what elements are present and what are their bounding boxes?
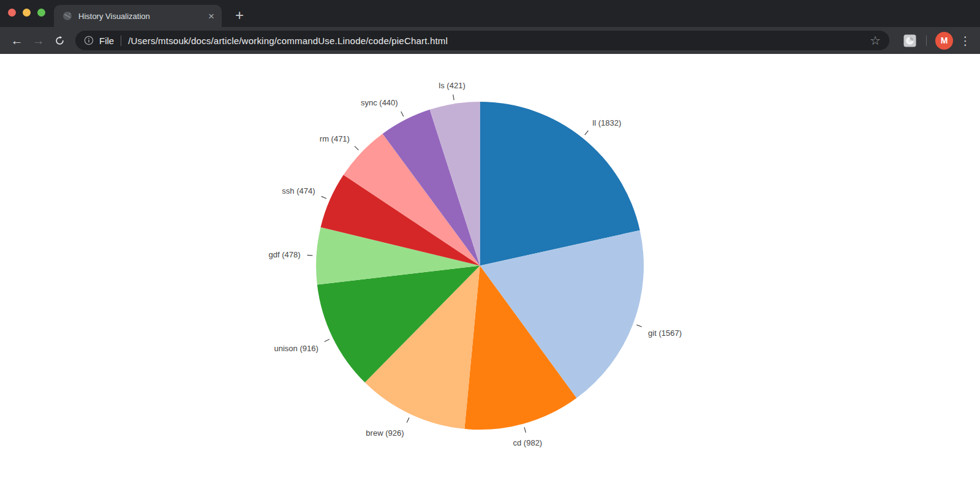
forward-icon[interactable]: → [28, 30, 49, 51]
pie-label-ls: ls (421) [439, 81, 465, 90]
url-divider [121, 36, 121, 46]
pie-label-tick [407, 417, 409, 422]
pie-label-unison: unison (916) [274, 344, 318, 353]
pie-label-tick [307, 255, 313, 256]
pie-label-tick [322, 196, 326, 199]
pie-label-tick [401, 112, 404, 116]
minimize-window-button[interactable] [23, 9, 31, 17]
pie-label-gdf: gdf (478) [268, 250, 300, 259]
pie-label-tick [636, 325, 641, 327]
tab-close-icon[interactable]: × [207, 11, 216, 21]
pie-chart: ll (1832)git (1567)cd (982)brew (926)uni… [0, 54, 980, 486]
info-icon[interactable] [84, 36, 94, 45]
back-icon[interactable]: ← [6, 30, 28, 51]
close-window-button[interactable] [8, 9, 16, 17]
browser-toolbar: ← → File /Users/mtsouk/docs/article/work… [0, 27, 980, 54]
pie-label-tick [355, 146, 359, 150]
browser-window: History Visualization × + ← → File /User… [0, 0, 980, 486]
pie-label-brew: brew (926) [366, 428, 404, 438]
url-text: /Users/mtsouk/docs/article/working/comma… [128, 36, 862, 46]
pie-label-tick [585, 131, 589, 135]
toolbar-divider [926, 36, 927, 46]
pie-label-ll: ll (1832) [592, 118, 621, 127]
new-tab-button[interactable]: + [230, 7, 249, 24]
zoom-window-button[interactable] [37, 9, 45, 17]
pie-label-cd: cd (982) [513, 438, 543, 447]
window-controls [8, 9, 45, 17]
url-scheme-label: File [99, 36, 114, 46]
address-bar[interactable]: File /Users/mtsouk/docs/article/working/… [75, 31, 889, 50]
pie-label-rm: rm (471) [320, 134, 350, 143]
page-content: ll (1832)git (1567)cd (982)brew (926)uni… [0, 54, 980, 486]
pie-label-git: git (1567) [648, 328, 682, 338]
pie-label-tick [325, 340, 330, 342]
tab-strip: History Visualization × + [0, 0, 980, 27]
tab-title: History Visualization [78, 12, 207, 21]
menu-kebab-icon[interactable]: ⋮ [957, 35, 974, 47]
pie-label-tick [524, 427, 526, 433]
reload-icon[interactable] [49, 30, 70, 51]
browser-tab[interactable]: History Visualization × [54, 5, 222, 27]
pie-label-sync: sync (440) [361, 98, 398, 107]
profile-avatar[interactable]: M [935, 32, 953, 50]
extension-icon[interactable] [900, 31, 919, 50]
bookmark-star-icon[interactable]: ☆ [870, 34, 881, 47]
pie-label-tick [453, 94, 454, 100]
page-favicon-icon [62, 11, 72, 21]
pie-label-ssh: ssh (474) [282, 186, 315, 196]
